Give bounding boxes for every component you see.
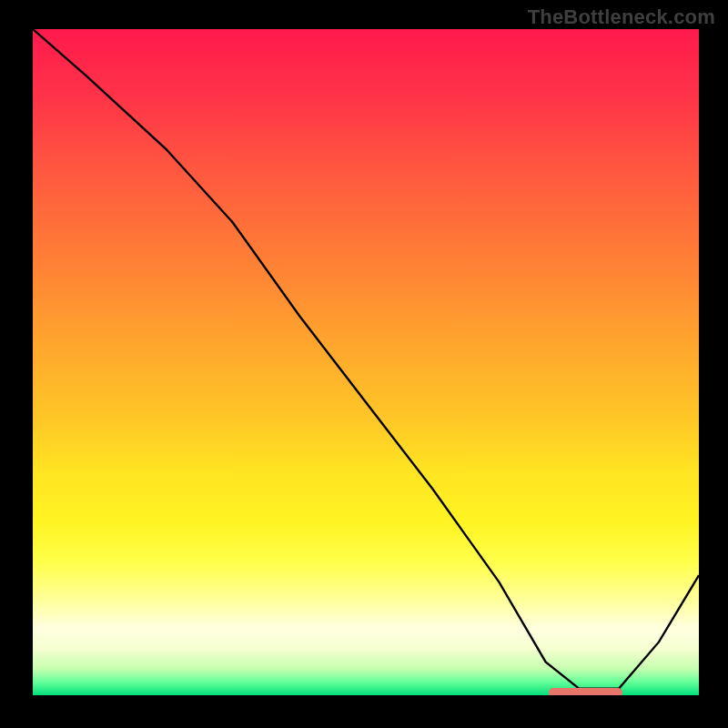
plot-area: [29, 29, 699, 699]
curve-path: [33, 29, 699, 689]
optimal-range-marker: [549, 688, 622, 697]
bottleneck-curve: [33, 29, 699, 695]
chart-frame: TheBottleneck.com: [0, 0, 728, 728]
attribution-text: TheBottleneck.com: [528, 5, 715, 29]
